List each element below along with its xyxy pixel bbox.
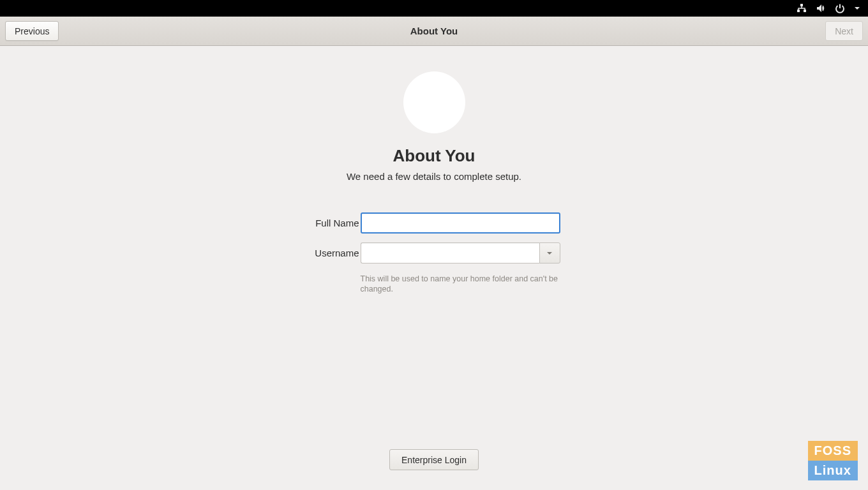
full-name-input[interactable] <box>361 212 560 234</box>
enterprise-login-button[interactable]: Enterprise Login <box>389 449 479 470</box>
chevron-down-icon <box>546 250 553 256</box>
watermark-foss: FOSS <box>808 441 858 461</box>
svg-rect-1 <box>797 10 800 12</box>
username-label: Username <box>308 248 361 258</box>
header-title: About You <box>410 26 458 36</box>
full-name-row: Full Name <box>308 212 560 234</box>
user-form: Full Name Username This will be used to … <box>308 212 560 295</box>
watermark: FOSS Linux <box>808 441 858 480</box>
power-icon[interactable] <box>835 3 845 13</box>
page-heading: About You <box>393 146 475 166</box>
chevron-down-icon[interactable] <box>854 5 860 11</box>
svg-rect-2 <box>804 10 806 12</box>
avatar-placeholder[interactable] <box>403 71 465 133</box>
username-combo <box>361 242 560 264</box>
username-hint: This will be used to name your home fold… <box>361 272 560 295</box>
full-name-label: Full Name <box>308 218 361 228</box>
main-content: About You We need a few details to compl… <box>0 46 868 295</box>
next-button[interactable]: Next <box>825 21 863 41</box>
username-dropdown-button[interactable] <box>539 242 560 264</box>
watermark-linux: Linux <box>808 461 858 480</box>
volume-icon[interactable] <box>816 3 826 13</box>
header-bar: Previous About You Next <box>0 17 868 46</box>
previous-button[interactable]: Previous <box>5 21 59 41</box>
username-input[interactable] <box>361 242 539 264</box>
username-row: Username <box>308 242 560 264</box>
network-icon[interactable] <box>797 3 807 13</box>
svg-rect-0 <box>800 4 803 6</box>
system-top-panel <box>0 0 868 17</box>
page-subtitle: We need a few details to complete setup. <box>347 171 521 182</box>
